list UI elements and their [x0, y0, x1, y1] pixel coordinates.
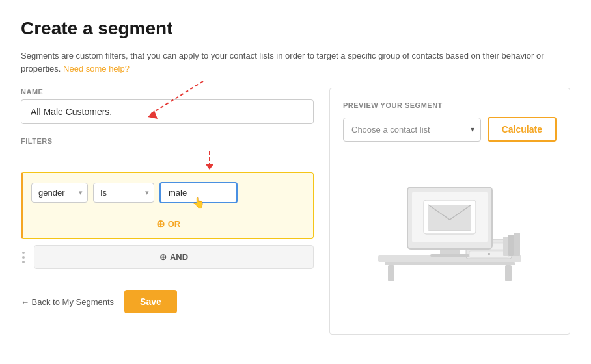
- dot-2: [22, 256, 25, 259]
- and-section: ⊕ AND: [21, 245, 314, 269]
- right-panel: PREVIEW YOUR SEGMENT Choose a contact li…: [329, 88, 570, 335]
- or-button[interactable]: ⊕ OR: [156, 218, 181, 230]
- preview-label: PREVIEW YOUR SEGMENT: [343, 101, 557, 109]
- and-button[interactable]: ⊕ AND: [159, 252, 188, 262]
- svg-rect-17: [430, 254, 469, 257]
- and-btn-wrapper[interactable]: ⊕ AND: [34, 245, 314, 269]
- plus-circle-icon: ⊕: [156, 218, 165, 230]
- contact-list-select[interactable]: Choose a contact list Male Customers Fem…: [343, 118, 481, 142]
- svg-rect-5: [385, 262, 515, 265]
- dot-3: [22, 261, 25, 263]
- filter-value-wrapper: 👆: [159, 182, 238, 203]
- svg-rect-14: [508, 235, 514, 256]
- svg-marker-3: [206, 164, 213, 170]
- help-link[interactable]: Need some help?: [63, 64, 130, 73]
- or-button-row: ⊕ OR: [31, 211, 305, 238]
- operator-select-wrapper: Is Is not Contains ▾: [93, 183, 154, 203]
- bottom-actions: ← Back to My Segments Save: [21, 290, 314, 313]
- save-button[interactable]: Save: [124, 290, 177, 313]
- dot-1: [22, 252, 25, 254]
- gender-select[interactable]: gender age location: [31, 183, 88, 203]
- filters-section: FILTERS gender age location: [21, 137, 314, 269]
- desk-illustration: [365, 155, 534, 285]
- filter-group: gender age location ▾ Is Is not Contains: [21, 172, 314, 239]
- and-dots: [21, 252, 29, 263]
- gender-select-wrapper: gender age location ▾: [31, 183, 88, 203]
- svg-rect-13: [514, 233, 520, 256]
- svg-rect-7: [505, 265, 512, 281]
- filter-row-1: gender age location ▾ Is Is not Contains: [31, 182, 305, 203]
- main-layout: NAME FILTERS: [21, 88, 570, 335]
- name-input[interactable]: [21, 99, 314, 124]
- calculate-button[interactable]: Calculate: [488, 117, 557, 142]
- left-panel: NAME FILTERS: [21, 88, 314, 313]
- and-plus-icon: ⊕: [159, 252, 167, 262]
- name-field-container: NAME: [21, 88, 314, 124]
- svg-rect-15: [503, 237, 508, 256]
- cursor-icon: 👆: [192, 196, 205, 209]
- operator-select[interactable]: Is Is not Contains: [93, 183, 154, 203]
- filters-label: FILTERS: [21, 137, 314, 145]
- name-label: NAME: [21, 88, 314, 96]
- illustration: [343, 155, 557, 285]
- description: Segments are custom filters, that you ca…: [21, 49, 570, 75]
- contact-list-select-wrapper: Choose a contact list Male Customers Fem…: [343, 118, 481, 142]
- arrow-annotation-2: [21, 150, 281, 170]
- back-link[interactable]: ← Back to My Segments: [21, 297, 114, 307]
- svg-rect-6: [388, 265, 394, 281]
- svg-point-12: [488, 253, 490, 255]
- contact-list-row: Choose a contact list Male Customers Fem…: [343, 117, 557, 142]
- page-title: Create a segment: [21, 18, 570, 39]
